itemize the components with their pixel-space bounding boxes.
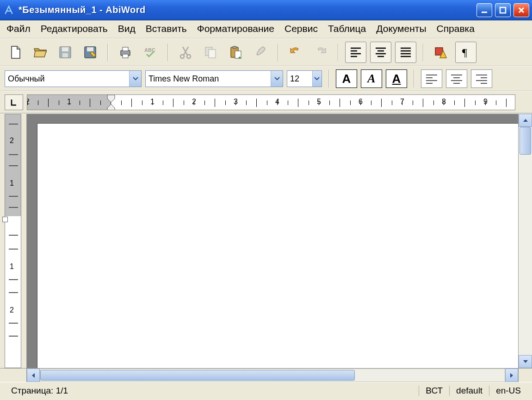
- show-paragraph-button[interactable]: ¶: [455, 42, 476, 63]
- chevron-down-icon[interactable]: [312, 71, 322, 87]
- hscroll-thumb[interactable]: [40, 370, 355, 381]
- svg-rect-14: [209, 50, 216, 58]
- hscroll-row: [0, 368, 532, 382]
- status-style: default: [450, 386, 489, 396]
- font-combo[interactable]: [145, 70, 283, 87]
- italic-button[interactable]: A: [361, 69, 382, 88]
- vertical-ruler[interactable]: 2 1 1 2: [5, 114, 21, 368]
- svg-rect-9: [123, 54, 128, 58]
- document-canvas[interactable]: [27, 114, 518, 368]
- svg-point-12: [187, 55, 191, 58]
- indent-marker-icon[interactable]: [107, 94, 115, 110]
- status-bar: Страница: 1/1 ВСТ default en-US: [0, 382, 532, 399]
- para-align-right-button[interactable]: [471, 69, 492, 88]
- redo-button[interactable]: [310, 42, 331, 63]
- toolbar-separator: [414, 70, 414, 88]
- window-title: *Безымянный_1 - AbiWord: [19, 5, 476, 15]
- fontsize-input[interactable]: [290, 74, 312, 84]
- svg-rect-16: [233, 46, 236, 49]
- scroll-right-button[interactable]: [505, 369, 518, 382]
- paste-button[interactable]: [225, 42, 246, 63]
- insert-shape-button[interactable]: [430, 42, 452, 63]
- font-input[interactable]: [148, 74, 271, 84]
- page-origin-marker: [2, 217, 8, 222]
- menu-tools[interactable]: Сервис: [285, 23, 318, 34]
- close-button[interactable]: [513, 3, 529, 17]
- window-controls: [476, 3, 529, 17]
- vscroll-thumb[interactable]: [520, 127, 531, 155]
- menu-table[interactable]: Таблица: [328, 23, 366, 34]
- print-button[interactable]: [115, 42, 136, 63]
- svg-rect-6: [87, 47, 93, 51]
- menu-help[interactable]: Справка: [437, 23, 475, 34]
- ruler-num: 1: [10, 262, 14, 271]
- menu-view[interactable]: Вид: [118, 23, 136, 34]
- app-icon: [3, 4, 15, 16]
- hscroll-track[interactable]: [40, 369, 505, 382]
- new-button[interactable]: [5, 42, 26, 63]
- para-align-center-button[interactable]: [446, 69, 467, 88]
- format-toolbar: A A A: [0, 66, 532, 91]
- vscroll-track[interactable]: [519, 127, 532, 355]
- style-combo[interactable]: [5, 70, 142, 87]
- scroll-up-button[interactable]: [519, 114, 532, 127]
- status-page: Страница: 1/1: [5, 386, 74, 396]
- menu-bar: Файл Редактировать Вид Вставить Форматир…: [0, 20, 532, 38]
- status-insert-mode[interactable]: ВСТ: [419, 386, 449, 396]
- menu-documents[interactable]: Документы: [376, 23, 426, 34]
- bold-button[interactable]: A: [336, 69, 357, 88]
- chevron-down-icon[interactable]: [129, 71, 141, 87]
- ruler-row: [0, 91, 532, 113]
- vertical-scrollbar[interactable]: [518, 114, 532, 368]
- toolbar-separator: [423, 44, 424, 61]
- status-language[interactable]: en-US: [489, 386, 527, 396]
- fontsize-combo[interactable]: [287, 70, 322, 87]
- maximize-button[interactable]: [495, 3, 511, 17]
- scroll-down-button[interactable]: [519, 355, 532, 368]
- horizontal-ruler[interactable]: [27, 94, 515, 110]
- cut-button[interactable]: [175, 42, 196, 63]
- minimize-button[interactable]: [476, 3, 492, 17]
- svg-rect-8: [123, 47, 128, 51]
- svg-text:¶: ¶: [462, 46, 467, 58]
- underline-button[interactable]: A: [386, 69, 407, 88]
- svg-rect-3: [62, 47, 68, 51]
- title-bar: *Безымянный_1 - AbiWord: [0, 0, 532, 20]
- align-left-button[interactable]: [345, 42, 366, 63]
- svg-rect-4: [62, 53, 68, 57]
- para-align-left-button[interactable]: [421, 69, 442, 88]
- align-center-button[interactable]: [370, 42, 391, 63]
- svg-point-11: [180, 55, 184, 58]
- toolbar-separator: [278, 44, 278, 61]
- style-input[interactable]: [8, 74, 129, 84]
- undo-button[interactable]: [285, 42, 306, 63]
- svg-marker-22: [107, 104, 115, 110]
- vertical-ruler-column: 2 1 1 2: [0, 114, 27, 368]
- save-button[interactable]: [55, 42, 76, 63]
- copy-button[interactable]: [200, 42, 221, 63]
- menu-format[interactable]: Форматирование: [197, 23, 274, 34]
- toolbar-separator: [167, 44, 168, 61]
- document-area: 2 1 1 2: [0, 113, 532, 368]
- menu-edit[interactable]: Редактировать: [41, 23, 108, 34]
- ruler-num: 2: [10, 306, 14, 314]
- tabstop-selector[interactable]: [5, 94, 23, 110]
- scroll-left-button[interactable]: [27, 369, 40, 382]
- spellcheck-button[interactable]: ABC: [140, 42, 161, 63]
- align-right-button[interactable]: [395, 42, 416, 63]
- format-painter-button[interactable]: [250, 42, 271, 63]
- toolbar-separator: [107, 44, 108, 61]
- document-page[interactable]: [37, 123, 518, 368]
- saveas-button[interactable]: [80, 42, 101, 63]
- ruler-num: 2: [10, 137, 14, 145]
- svg-marker-21: [107, 95, 115, 102]
- horizontal-scrollbar[interactable]: [27, 369, 518, 382]
- svg-rect-1: [500, 7, 506, 13]
- chevron-down-icon[interactable]: [271, 71, 283, 87]
- toolbar-separator: [338, 44, 339, 61]
- menu-file[interactable]: Файл: [6, 23, 31, 34]
- svg-rect-0: [482, 12, 487, 13]
- menu-insert[interactable]: Вставить: [146, 23, 187, 34]
- toolbar-separator: [328, 70, 329, 88]
- open-button[interactable]: [30, 42, 51, 63]
